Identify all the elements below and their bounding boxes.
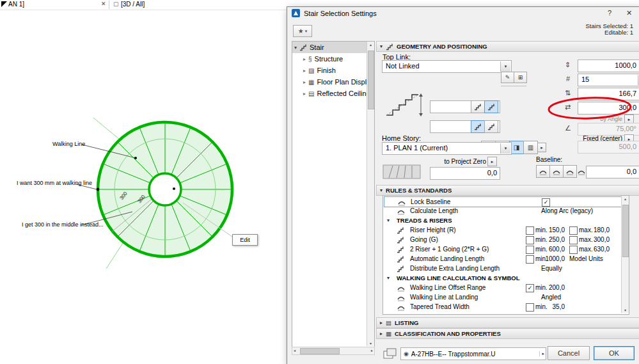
cancel-button[interactable]: Cancel [548,346,590,360]
max-value[interactable]: 630,0 [587,244,610,254]
subsection-collapse-icon[interactable]: ▾ [387,216,390,225]
tree-collapsed-icon[interactable]: ▸ [303,79,306,85]
section-collapse-icon[interactable]: ▾ [380,44,383,49]
to-project-zero-flyout-button[interactable]: ▸ [487,157,497,166]
tree-item-stair[interactable]: ▾ Stair [292,42,374,53]
top-link-select[interactable]: Not Linked ▾ [382,60,512,73]
ok-button[interactable]: OK [594,346,635,360]
total-height-field[interactable]: 1000,0 [578,59,639,72]
tree-hscrollbar[interactable]: ◂ ▸ [292,347,375,355]
scroll-left-icon[interactable]: ◂ [294,348,296,352]
section-collapse-icon[interactable]: ▾ [380,187,383,193]
justify-full-button[interactable]: ▥ [523,141,538,154]
eye-icon[interactable]: ◉ [404,351,409,357]
rule-row-going[interactable]: Going (G) min. 250,0 max. 300,0 [384,235,620,244]
baseline-right-button[interactable] [563,165,577,178]
layer-select[interactable]: ◉ A-27HB--E-- Trappstommar.U ▸ [400,347,546,360]
rule-value[interactable]: Angled [541,292,561,302]
scroll-up-icon[interactable]: ▴ [622,196,629,201]
tree-vscrollbar[interactable]: ▴ ▾ [367,42,374,346]
home-story-caret-icon[interactable]: ▾ [500,143,510,154]
max-checkbox[interactable] [569,236,578,244]
min-checkbox[interactable] [526,246,534,254]
tree-collapsed-icon[interactable]: ▸ [303,91,306,97]
tree-item-floor-plan-display[interactable]: ▸ ▦ Floor Plan Display [292,76,374,88]
dialog-help-icon[interactable]: ? [608,9,611,17]
max-checkbox[interactable] [569,226,578,235]
max-value[interactable]: 300,0 [587,235,610,244]
top-extent-option-a-button[interactable] [471,100,485,113]
rules-vscrollbar[interactable]: ▴ ▾ [621,196,629,313]
tree-hscroll-thumb[interactable] [300,348,340,354]
rules-subsection-walking-line[interactable]: ▾ WALKING LINE CALCULATION & SYMBOL [384,273,620,283]
rule-row-tapered-tread[interactable]: Tapered Tread Width min. 35,0 [384,302,620,312]
baseline-offset-field[interactable]: 0,0 [586,166,639,178]
min-value[interactable]: 35,0 [544,302,565,312]
edit-pet-palette-button[interactable]: Edit [232,234,258,246]
rule-row-2r1g[interactable]: 2 Riser + 1 Going (2*R + G) min. 600,0 m… [384,244,620,254]
rule-row-calculate-length[interactable]: Calculate Length Along Arc (legacy) [384,206,620,216]
top-extent-option-b-button[interactable] [484,100,498,113]
favorites-button[interactable]: ★ ▾ [293,25,312,37]
home-story-select[interactable]: 1. PLAN 1 (Current) ▾ [382,142,512,155]
min-value[interactable]: 150,0 [544,225,565,235]
top-link-caret-icon[interactable]: ▾ [500,61,510,72]
min-value[interactable]: 1000,0 [544,254,565,264]
elevation-field[interactable]: 0,0 [430,167,500,180]
section-expand-icon[interactable]: ▸ [380,320,383,326]
max-checkbox[interactable] [569,246,578,254]
min-checkbox[interactable] [526,226,534,235]
justify-flyout-button[interactable]: ▸ [537,143,546,152]
min-value[interactable]: 200,0 [544,283,565,292]
rule-row-auto-landing[interactable]: Automatic Landing Length min. 1000,0 Mod… [384,254,620,264]
scroll-up-icon[interactable]: ▴ [367,42,374,47]
tree-collapsed-icon[interactable]: ▸ [303,56,306,62]
rule-row-riser-height[interactable]: Riser Height (R) min. 150,0 max. 180,0 [384,225,620,235]
rules-vscroll-thumb[interactable] [622,205,629,257]
geometry-edit-pencil-button[interactable]: ✎ [501,72,514,83]
rule-row-walking-at-landing[interactable]: Walking Line at Landing Angled [384,292,620,302]
geometry-section-header[interactable]: ▾ GEOMETRY AND POSITIONING [376,41,639,52]
scroll-right-icon[interactable]: ▸ [371,348,373,352]
min-checkbox[interactable] [526,303,534,312]
stair-inner-boundary[interactable] [149,173,181,205]
tab-3d-label[interactable]: [3D / All] [121,1,145,8]
rule-value[interactable]: Along Arc (legacy) [541,206,593,216]
node-dot-upper[interactable] [134,157,137,159]
tree-vscroll-thumb[interactable] [368,51,374,109]
layer-flyout-icon[interactable]: ▸ [539,351,544,356]
dialog-close-icon[interactable]: ✕ [626,9,632,17]
subsection-collapse-icon[interactable]: ▾ [387,273,390,283]
max-value[interactable]: 180,0 [587,225,610,235]
tree-item-structure[interactable]: ▸ § Structure [292,53,374,65]
classification-section-header[interactable]: ▸ ▦ CLASSIFICATION AND PROPERTIES [376,328,639,339]
min-checkbox[interactable] [526,236,534,244]
min-value[interactable]: 250,0 [544,235,565,244]
tab-plan-label[interactable]: AN 1] [8,1,24,8]
bottom-extent-option-a-button[interactable] [471,120,485,133]
baseline-left-button[interactable] [536,165,550,178]
min-value[interactable]: 600,0 [544,244,565,254]
tree-expanded-icon[interactable]: ▾ [294,45,297,51]
min-checkbox[interactable] [526,255,534,264]
scroll-down-icon[interactable]: ▾ [622,308,629,312]
section-expand-icon[interactable]: ▸ [380,331,383,336]
rule-row-distribute-extra[interactable]: Distribute Extra Landing Length Equally [384,264,620,273]
tree-item-finish[interactable]: ▸ ▨ Finish [292,65,374,76]
model-units-value[interactable]: Model Units [569,254,603,264]
node-dot-hub[interactable] [173,187,175,190]
listing-section-header[interactable]: ▸ ▤ LISTING [376,317,639,328]
riser-count-select[interactable]: 15 ▾ [578,74,639,86]
rules-section-header[interactable]: ▾ RULES & STANDARDS [376,185,639,196]
tree-collapsed-icon[interactable]: ▸ [303,68,306,74]
rule-value[interactable]: Equally [541,264,562,273]
min-checkbox[interactable]: ✓ [526,284,534,292]
tab-close-icon[interactable]: ✕ [101,1,106,7]
bottom-extent-option-b-button[interactable] [484,120,498,133]
node-dot-left[interactable] [97,188,100,191]
rule-row-walking-offset[interactable]: Walking Line Offset Range ✓ min. 200,0 [384,283,620,292]
scroll-down-icon[interactable]: ▾ [367,341,374,345]
geometry-edit-polygon-button[interactable]: ⊞ [514,72,527,83]
rules-subsection-treads[interactable]: ▾ TREADS & RISERS [384,216,620,225]
tree-item-rcp[interactable]: ▸ ▤ Reflected Ceiling Plan Di [292,88,374,99]
